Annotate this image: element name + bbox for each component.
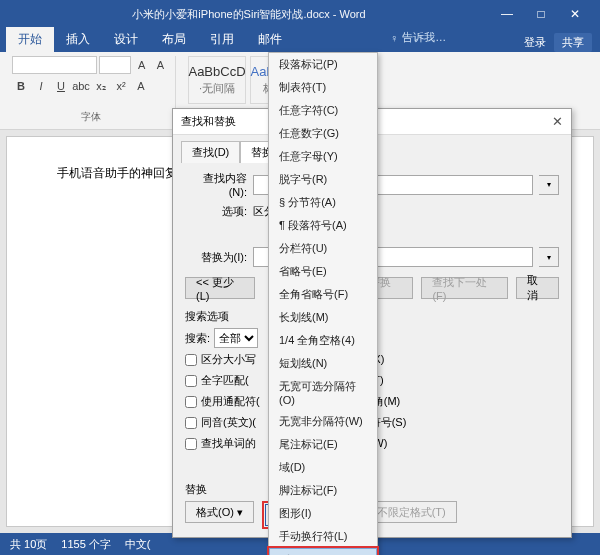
find-label: 查找内容(N): [185,171,247,198]
menu-item[interactable]: 1/4 全角空格(4) [269,329,377,352]
tab-layout[interactable]: 布局 [150,27,198,52]
tab-insert[interactable]: 插入 [54,27,102,52]
menu-item[interactable]: 任意字母(Y) [269,145,377,168]
superscript-button[interactable]: x² [112,77,130,95]
ribbon-tabs: 开始 插入 设计 布局 引用 邮件 登录 共享 [0,28,600,52]
menu-item[interactable]: 无宽可选分隔符(O) [269,375,377,410]
login-link[interactable]: 登录 [524,35,546,50]
less-button[interactable]: << 更少(L) [185,277,255,299]
checkbox-option[interactable]: 全字匹配( [185,373,260,388]
special-format-menu: 段落标记(P)制表符(T)任意字符(C)任意数字(G)任意字母(Y)脱字号(R)… [268,52,378,555]
status-pages[interactable]: 共 10页 [10,537,47,552]
find-combo-icon[interactable]: ▾ [539,175,559,195]
no-format-button[interactable]: 不限定格式(T) [366,501,457,523]
dialog-title: 查找和替换 [181,114,236,129]
checkbox-option[interactable]: 使用通配符( [185,394,260,409]
menu-item[interactable]: 短划线(N) [269,352,377,375]
checkbox-option[interactable]: 区分大小写 [185,352,260,367]
checkbox[interactable] [185,417,197,429]
bold-button[interactable]: B [12,77,30,95]
tab-mailings[interactable]: 邮件 [246,27,294,52]
font-size-combo[interactable] [99,56,131,74]
tab-references[interactable]: 引用 [198,27,246,52]
menu-item[interactable]: 脚注标记(F) [269,479,377,502]
replace-combo-icon[interactable]: ▾ [539,247,559,267]
menu-item[interactable]: § 分节符(A) [269,191,377,214]
tab-find[interactable]: 查找(D) [181,141,240,163]
body-text: 手机语音助手的神回复。 [57,165,189,182]
shrink-font-icon[interactable]: A [152,56,169,74]
menu-item[interactable]: 任意字符(C) [269,99,377,122]
close-button[interactable]: ✕ [558,0,592,28]
search-scope-label: 搜索: [185,331,210,346]
font-group-label: 字体 [12,110,169,125]
menu-item[interactable]: 图形(I) [269,502,377,525]
italic-button[interactable]: I [32,77,50,95]
grow-font-icon[interactable]: A [133,56,150,74]
status-words[interactable]: 1155 个字 [61,537,111,552]
menu-item[interactable]: 手动换行符(L) [269,525,377,548]
checkbox[interactable] [185,396,197,408]
lightbulb-icon: ♀ [390,32,398,44]
replace-label: 替换为(I): [185,250,247,265]
menu-item[interactable]: ¶ 段落符号(A) [269,214,377,237]
search-scope-select[interactable]: 全部 [214,328,258,348]
checkbox-option[interactable]: 查找单词的 [185,436,260,451]
menu-item[interactable]: 无宽非分隔符(W) [269,410,377,433]
font-family-combo[interactable] [12,56,97,74]
status-lang[interactable]: 中文( [125,537,151,552]
menu-item[interactable]: 尾注标记(E) [269,433,377,456]
checkbox[interactable] [185,354,197,366]
tab-home[interactable]: 开始 [6,27,54,52]
checkbox[interactable] [185,438,197,450]
tell-me-search[interactable]: ♀ 告诉我… [390,30,446,45]
share-button[interactable]: 共享 [554,33,592,52]
menu-item[interactable]: 任意数字(G) [269,122,377,145]
cancel-button[interactable]: 取消 [516,277,559,299]
title-bar: 小米的小爱和iPhone的Siri智能对战.docx - Word — □ ✕ [0,0,600,28]
format-button[interactable]: 格式(O) ▾ [185,501,254,523]
menu-item[interactable]: 制表符(T) [269,76,377,99]
menu-item[interactable]: 长划线(M) [269,306,377,329]
find-next-button[interactable]: 查找下一处(F) [421,277,508,299]
menu-item[interactable]: 分栏符(U) [269,237,377,260]
text-effects-button[interactable]: A [132,77,150,95]
menu-item[interactable]: 全角省略号(F) [269,283,377,306]
menu-item[interactable]: 域(D) [269,456,377,479]
minimize-button[interactable]: — [490,0,524,28]
checkbox[interactable] [185,375,197,387]
options-label: 选项: [185,204,247,219]
font-group: A A B I U abc x₂ x² A 字体 [6,56,176,125]
menu-item[interactable]: 段落标记(P) [269,53,377,76]
style-no-spacing[interactable]: AaBbCcD ·无间隔 [188,56,246,104]
menu-item[interactable]: 手动分页符(K) [269,548,377,555]
dialog-close-icon[interactable]: ✕ [552,114,563,129]
subscript-button[interactable]: x₂ [92,77,110,95]
menu-item[interactable]: 省略号(E) [269,260,377,283]
maximize-button[interactable]: □ [524,0,558,28]
checkbox-option[interactable]: 同音(英文)( [185,415,260,430]
window-title: 小米的小爱和iPhone的Siri智能对战.docx - Word [132,7,365,22]
strike-button[interactable]: abc [72,77,90,95]
underline-button[interactable]: U [52,77,70,95]
menu-item[interactable]: 脱字号(R) [269,168,377,191]
tab-design[interactable]: 设计 [102,27,150,52]
